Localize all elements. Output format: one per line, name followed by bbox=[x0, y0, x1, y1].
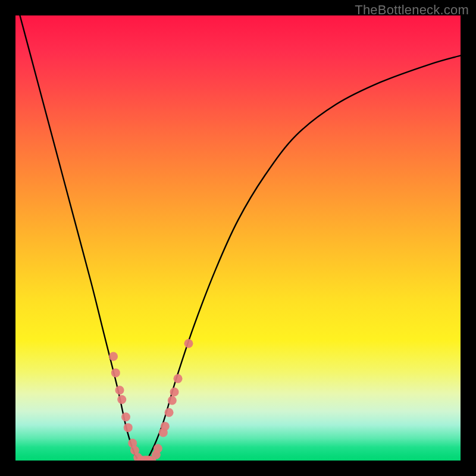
data-marker bbox=[161, 422, 170, 431]
data-marker bbox=[174, 374, 183, 383]
data-marker bbox=[184, 339, 193, 348]
data-marker bbox=[115, 386, 124, 394]
data-marker bbox=[168, 396, 177, 405]
chart-frame bbox=[15, 15, 461, 461]
data-marker bbox=[121, 412, 130, 421]
data-marker bbox=[165, 408, 174, 417]
data-marker bbox=[109, 352, 118, 361]
data-marker bbox=[170, 387, 179, 396]
chart-svg bbox=[15, 15, 461, 461]
data-marker bbox=[117, 395, 126, 404]
data-marker bbox=[124, 423, 133, 432]
data-markers bbox=[109, 339, 193, 461]
data-marker bbox=[154, 444, 162, 453]
bottleneck-curve-path bbox=[20, 15, 461, 461]
data-marker bbox=[111, 368, 120, 377]
